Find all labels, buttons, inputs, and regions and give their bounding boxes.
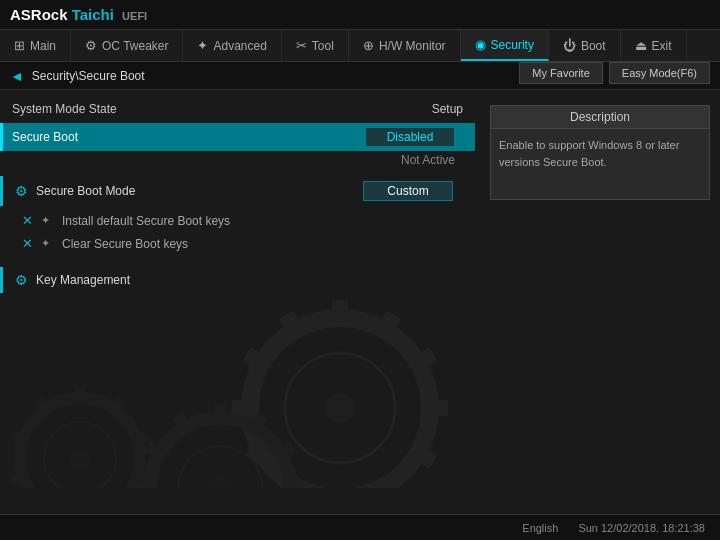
clear-keys-icon: ✦ <box>41 237 50 250</box>
nav-item-security[interactable]: ◉ Security <box>461 30 549 61</box>
install-keys-label: Install default Secure Boot keys <box>62 214 230 228</box>
nav-item-advanced[interactable]: ✦ Advanced <box>183 30 281 61</box>
description-body: Enable to support Windows 8 or later ver… <box>491 129 709 199</box>
nav-item-tool[interactable]: ✂ Tool <box>282 30 349 61</box>
advanced-icon: ✦ <box>197 38 208 53</box>
model-name: Taichi <box>72 6 114 23</box>
system-mode-row: System Mode State Setup <box>0 95 475 123</box>
not-active-label: Not Active <box>401 153 455 167</box>
wrench-icon-install: ✕ <box>22 213 33 228</box>
nav-item-main[interactable]: ⊞ Main <box>0 30 71 61</box>
install-keys-row[interactable]: ✕ ✦ Install default Secure Boot keys <box>0 209 475 232</box>
status-bar: English Sun 12/02/2018. 18:21:38 <box>0 514 720 540</box>
breadcrumb-arrow-icon: ◄ <box>10 68 24 84</box>
secure-boot-label: Secure Boot <box>12 130 365 144</box>
boot-icon: ⏻ <box>563 38 576 53</box>
breadcrumb-bar: ◄ Security\Secure Boot My Favorite Easy … <box>0 62 720 90</box>
nav-label-exit: Exit <box>652 39 672 53</box>
nav-item-exit[interactable]: ⏏ Exit <box>621 30 687 61</box>
tool-icon: ✂ <box>296 38 307 53</box>
nav-item-boot[interactable]: ⏻ Boot <box>549 30 621 61</box>
secure-boot-row[interactable]: Secure Boot Disabled <box>0 123 475 151</box>
key-management-label: Key Management <box>36 273 130 287</box>
top-bar: ASRock Taichi UEFI <box>0 0 720 30</box>
language-selector[interactable]: English <box>522 522 558 534</box>
not-active-row: Not Active <box>0 151 475 173</box>
description-title: Description <box>491 106 709 129</box>
secure-boot-mode-row[interactable]: ⚙ Secure Boot Mode Custom <box>0 176 475 206</box>
nav-label-main: Main <box>30 39 56 53</box>
hw-icon: ⊕ <box>363 38 374 53</box>
uefi-label: UEFI <box>122 10 147 22</box>
key-management-row[interactable]: ⚙ Key Management <box>0 267 475 293</box>
main-content: System Mode State Setup Secure Boot Disa… <box>0 90 720 514</box>
clear-keys-label: Clear Secure Boot keys <box>62 237 188 251</box>
top-right-buttons: My Favorite Easy Mode(F6) <box>519 62 710 84</box>
brand-name: ASRock <box>10 6 68 23</box>
secure-boot-value: Disabled <box>365 127 455 147</box>
logo: ASRock Taichi UEFI <box>10 6 147 23</box>
secure-boot-mode-value: Custom <box>363 181 453 201</box>
secure-boot-mode-label: Secure Boot Mode <box>36 184 135 198</box>
security-icon: ◉ <box>475 37 486 52</box>
settings-panel: System Mode State Setup Secure Boot Disa… <box>0 90 475 514</box>
breadcrumb: Security\Secure Boot <box>32 69 145 83</box>
nav-label-security: Security <box>491 38 534 52</box>
main-icon: ⊞ <box>14 38 25 53</box>
nav-label-boot: Boot <box>581 39 606 53</box>
nav-label-oc: OC Tweaker <box>102 39 168 53</box>
wrench-icon-clear: ✕ <box>22 236 33 251</box>
nav-label-advanced: Advanced <box>213 39 266 53</box>
nav-item-hw-monitor[interactable]: ⊕ H/W Monitor <box>349 30 461 61</box>
system-mode-label: System Mode State <box>12 102 363 116</box>
exit-icon: ⏏ <box>635 38 647 53</box>
datetime-display: Sun 12/02/2018. 18:21:38 <box>578 522 705 534</box>
install-keys-icon: ✦ <box>41 214 50 227</box>
easy-mode-button[interactable]: Easy Mode(F6) <box>609 62 710 84</box>
nav-item-oc-tweaker[interactable]: ⚙ OC Tweaker <box>71 30 183 61</box>
description-box: Description Enable to support Windows 8 … <box>490 105 710 200</box>
gear-icon-key: ⚙ <box>15 272 28 288</box>
gear-icon-mode: ⚙ <box>15 183 28 199</box>
nav-bar: ⊞ Main ⚙ OC Tweaker ✦ Advanced ✂ Tool ⊕ … <box>0 30 720 62</box>
right-panel: Description Enable to support Windows 8 … <box>475 90 720 514</box>
my-favorite-button[interactable]: My Favorite <box>519 62 602 84</box>
nav-label-hw: H/W Monitor <box>379 39 446 53</box>
clear-keys-row[interactable]: ✕ ✦ Clear Secure Boot keys <box>0 232 475 255</box>
nav-label-tool: Tool <box>312 39 334 53</box>
oc-icon: ⚙ <box>85 38 97 53</box>
system-mode-value: Setup <box>363 102 463 116</box>
